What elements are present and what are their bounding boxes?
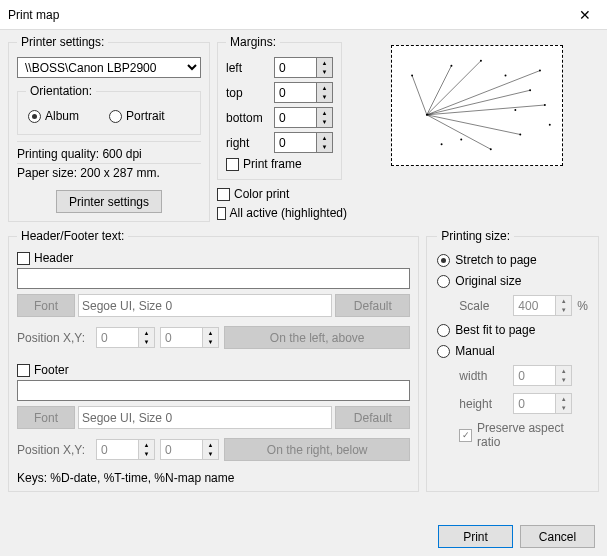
footer-checkbox[interactable]: Footer bbox=[17, 363, 410, 377]
checkbox-icon bbox=[17, 364, 30, 377]
chevron-up-icon: ▲ bbox=[317, 58, 332, 68]
svg-line-5 bbox=[426, 66, 451, 115]
height-label: height bbox=[459, 397, 508, 411]
print-quality-label: Printing quality: 600 dpi bbox=[17, 145, 201, 164]
radio-original[interactable]: Original size bbox=[437, 274, 588, 288]
printer-settings-group: Printer settings: \\BOSS\Canon LBP2900 O… bbox=[8, 35, 210, 222]
width-label: width bbox=[459, 369, 508, 383]
footer-position-label: Position X,Y: bbox=[17, 443, 91, 457]
footer-font-button[interactable]: Font bbox=[17, 406, 75, 429]
printer-settings-button[interactable]: Printer settings bbox=[56, 190, 162, 213]
margin-right-label: right bbox=[226, 136, 274, 150]
orientation-legend: Orientation: bbox=[26, 84, 96, 98]
header-default-button[interactable]: Default bbox=[335, 294, 410, 317]
radio-album[interactable]: Album bbox=[28, 109, 79, 123]
footer-hint-button[interactable]: On the right, below bbox=[224, 438, 410, 461]
print-preview bbox=[391, 45, 563, 166]
height-spinner[interactable]: ▲▼ bbox=[513, 393, 572, 414]
svg-point-15 bbox=[479, 60, 481, 62]
svg-point-17 bbox=[440, 143, 442, 145]
checkbox-icon bbox=[217, 207, 226, 220]
header-footer-group: Header/Footer text: Header Font Default … bbox=[8, 229, 419, 492]
svg-point-19 bbox=[548, 124, 550, 126]
printing-size-legend: Printing size: bbox=[437, 229, 514, 243]
checkbox-icon bbox=[17, 252, 30, 265]
margin-left-label: left bbox=[226, 61, 274, 75]
margin-top-spinner[interactable]: ▲▼ bbox=[274, 82, 333, 103]
print-button[interactable]: Print bbox=[438, 525, 513, 548]
radio-icon bbox=[437, 345, 450, 358]
radio-icon bbox=[437, 254, 450, 267]
svg-point-11 bbox=[543, 104, 545, 106]
svg-point-14 bbox=[450, 65, 452, 67]
svg-line-7 bbox=[412, 76, 427, 115]
svg-point-8 bbox=[425, 114, 427, 116]
radio-icon bbox=[437, 275, 450, 288]
margins-group: Margins: left ▲▼ top ▲▼ bottom bbox=[217, 35, 342, 180]
paper-size-label: Paper size: 200 x 287 mm. bbox=[17, 164, 201, 182]
svg-point-9 bbox=[538, 70, 540, 72]
checkbox-icon bbox=[217, 188, 230, 201]
svg-point-10 bbox=[529, 89, 531, 91]
margin-right-spinner[interactable]: ▲▼ bbox=[274, 132, 333, 153]
orientation-group: Orientation: Album Portrait bbox=[17, 84, 201, 135]
footer-pos-y-spinner[interactable]: ▲▼ bbox=[160, 439, 219, 460]
preserve-aspect-checkbox[interactable]: Preserve aspect ratio bbox=[459, 421, 588, 449]
checkbox-icon bbox=[459, 429, 472, 442]
radio-stretch[interactable]: Stretch to page bbox=[437, 253, 588, 267]
header-font-button[interactable]: Font bbox=[17, 294, 75, 317]
header-text-input[interactable] bbox=[17, 268, 410, 289]
footer-text-input[interactable] bbox=[17, 380, 410, 401]
header-hint-button[interactable]: On the left, above bbox=[224, 326, 410, 349]
color-print-checkbox[interactable]: Color print bbox=[217, 187, 347, 201]
svg-line-3 bbox=[426, 115, 519, 135]
header-checkbox[interactable]: Header bbox=[17, 251, 410, 265]
radio-portrait[interactable]: Portrait bbox=[109, 109, 165, 123]
footer-pos-x-spinner[interactable]: ▲▼ bbox=[96, 439, 155, 460]
svg-point-20 bbox=[504, 75, 506, 77]
svg-line-6 bbox=[426, 61, 480, 115]
svg-point-18 bbox=[460, 138, 462, 140]
svg-line-1 bbox=[426, 90, 529, 115]
svg-line-0 bbox=[426, 71, 539, 115]
chevron-down-icon: ▼ bbox=[317, 68, 332, 78]
margins-legend: Margins: bbox=[226, 35, 280, 49]
footer-default-button[interactable]: Default bbox=[335, 406, 410, 429]
checkbox-icon bbox=[226, 158, 239, 171]
radio-icon bbox=[28, 110, 41, 123]
radio-icon bbox=[437, 324, 450, 337]
footer-font-display bbox=[78, 406, 332, 429]
margin-bottom-spinner[interactable]: ▲▼ bbox=[274, 107, 333, 128]
keys-hint: Keys: %D-date, %T-time, %N-map name bbox=[17, 471, 410, 485]
svg-point-21 bbox=[514, 109, 516, 111]
radio-icon bbox=[109, 110, 122, 123]
radio-best-fit[interactable]: Best fit to page bbox=[437, 323, 588, 337]
percent-label: % bbox=[577, 299, 588, 313]
radio-manual[interactable]: Manual bbox=[437, 344, 588, 358]
printing-size-group: Printing size: Stretch to page Original … bbox=[426, 229, 599, 492]
header-position-label: Position X,Y: bbox=[17, 331, 91, 345]
print-frame-checkbox[interactable]: Print frame bbox=[226, 157, 333, 171]
svg-line-2 bbox=[426, 105, 544, 115]
close-icon[interactable]: ✕ bbox=[562, 0, 607, 30]
all-active-checkbox[interactable]: All active (highlighted) bbox=[217, 206, 347, 220]
margin-top-label: top bbox=[226, 86, 274, 100]
printer-select[interactable]: \\BOSS\Canon LBP2900 bbox=[17, 57, 201, 78]
title-bar: Print map ✕ bbox=[0, 0, 607, 30]
svg-line-4 bbox=[426, 115, 490, 149]
width-spinner[interactable]: ▲▼ bbox=[513, 365, 572, 386]
header-font-display bbox=[78, 294, 332, 317]
svg-point-16 bbox=[411, 75, 413, 77]
svg-point-13 bbox=[489, 148, 491, 150]
cancel-button[interactable]: Cancel bbox=[520, 525, 595, 548]
svg-point-12 bbox=[519, 134, 521, 136]
margin-bottom-label: bottom bbox=[226, 111, 274, 125]
header-pos-y-spinner[interactable]: ▲▼ bbox=[160, 327, 219, 348]
header-footer-legend: Header/Footer text: bbox=[17, 229, 128, 243]
header-pos-x-spinner[interactable]: ▲▼ bbox=[96, 327, 155, 348]
scale-spinner[interactable]: ▲▼ bbox=[513, 295, 572, 316]
window-title: Print map bbox=[8, 8, 562, 22]
scale-label: Scale bbox=[459, 299, 508, 313]
margin-left-spinner[interactable]: ▲▼ bbox=[274, 57, 333, 78]
printer-settings-legend: Printer settings: bbox=[17, 35, 108, 49]
